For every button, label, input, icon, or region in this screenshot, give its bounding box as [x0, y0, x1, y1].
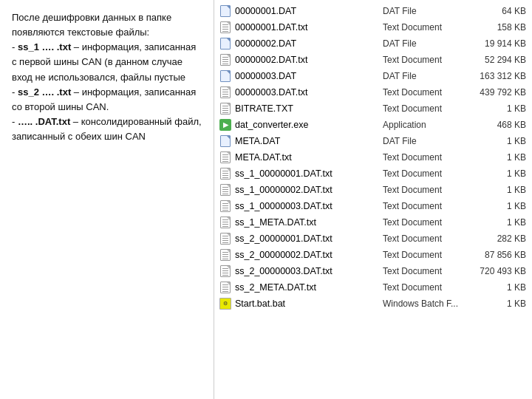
file-name: META.DAT — [235, 136, 383, 146]
file-list[interactable]: 00000001.DATDAT File64 KB00000001.DAT.tx… — [214, 0, 532, 399]
file-size: 1 KB — [471, 299, 526, 309]
file-type: DAT File — [383, 6, 471, 16]
file-type: Text Document — [383, 55, 471, 65]
txt-file-icon — [220, 86, 231, 98]
table-row[interactable]: 00000003.DAT.txtText Document439 792 KB — [214, 84, 532, 100]
file-name: BITRATE.TXT — [235, 103, 383, 114]
description-panel: После дешифровки данных в папке появляют… — [0, 0, 214, 399]
file-name: dat_converter.exe — [235, 120, 383, 130]
txt-file-icon — [220, 249, 231, 261]
file-size: 1 KB — [471, 152, 526, 163]
file-name: 00000003.DAT.txt — [235, 87, 383, 98]
table-row[interactable]: 00000002.DAT.txtText Document52 294 KB — [214, 52, 532, 68]
table-row[interactable]: 00000001.DATDAT File64 KB — [214, 3, 532, 19]
table-row[interactable]: ss_1_00000003.DAT.txtText Document1 KB — [214, 198, 532, 214]
file-name: ss_1_00000001.DAT.txt — [235, 168, 383, 179]
file-size: 1 KB — [471, 185, 526, 195]
file-name: ss_2_00000003.DAT.txt — [235, 266, 383, 276]
table-row[interactable]: ss_2_META.DAT.txtText Document1 KB — [214, 279, 532, 296]
file-size: 282 KB — [471, 233, 526, 244]
file-type: DAT File — [383, 136, 471, 146]
txt-file-icon — [220, 265, 231, 277]
table-row[interactable]: ss_1_00000002.DAT.txtText Document1 KB — [214, 182, 532, 198]
file-name: 00000002.DAT — [235, 38, 383, 49]
file-size: 439 792 KB — [471, 87, 526, 98]
file-size: 1 KB — [471, 136, 526, 146]
file-name: ss_2_META.DAT.txt — [235, 282, 383, 293]
txt-file-icon — [220, 184, 231, 196]
file-type: DAT File — [383, 71, 471, 81]
list-item: - ss_2 …. .txt – информация, записанная … — [12, 85, 202, 115]
file-size: 87 856 KB — [471, 250, 526, 260]
txt-file-icon — [220, 103, 231, 115]
dat-file-icon — [220, 38, 231, 50]
file-type: Windows Batch F... — [383, 299, 471, 309]
file-type: Text Document — [383, 201, 471, 211]
txt-file-icon — [220, 282, 231, 293]
file-name: 00000001.DAT.txt — [235, 22, 383, 33]
txt-file-icon — [220, 21, 231, 33]
file-name: ss_1_00000002.DAT.txt — [235, 185, 383, 195]
file-type: Text Document — [383, 250, 471, 260]
file-type: Text Document — [383, 87, 471, 98]
table-row[interactable]: META.DATDAT File1 KB — [214, 133, 532, 149]
file-type: Text Document — [383, 185, 471, 195]
file-size: 158 KB — [471, 22, 526, 33]
file-type: DAT File — [383, 38, 471, 49]
txt-file-icon — [220, 168, 231, 180]
table-row[interactable]: 00000002.DATDAT File19 914 KB — [214, 35, 532, 52]
file-type: Application — [383, 120, 471, 130]
file-name: ss_2_00000002.DAT.txt — [235, 250, 383, 260]
table-row[interactable]: ▶dat_converter.exeApplication468 KB — [214, 117, 532, 133]
table-row[interactable]: ss_1_00000001.DAT.txtText Document1 KB — [214, 166, 532, 182]
file-size: 64 KB — [471, 6, 526, 16]
list-item: - ss_1 …. .txt – информация, записанная … — [12, 40, 202, 84]
file-name: Start.bat.bat — [235, 299, 383, 309]
dat-file-icon — [220, 5, 231, 17]
bat-file-icon: ⚙ — [219, 298, 231, 310]
file-size: 1 KB — [471, 217, 526, 228]
file-name: ss_2_00000001.DAT.txt — [235, 233, 383, 244]
file-type: Text Document — [383, 103, 471, 114]
file-name: ss_1_META.DAT.txt — [235, 217, 383, 228]
table-row[interactable]: ss_2_00000002.DAT.txtText Document87 856… — [214, 247, 532, 263]
txt-file-icon — [220, 216, 231, 228]
file-type: Text Document — [383, 168, 471, 179]
file-type: Text Document — [383, 22, 471, 33]
file-size: 19 914 KB — [471, 38, 526, 49]
txt-file-icon — [220, 233, 231, 245]
file-size: 1 KB — [471, 201, 526, 211]
table-row[interactable]: ss_2_00000003.DAT.txtText Document720 49… — [214, 263, 532, 279]
file-size: 1 KB — [471, 282, 526, 293]
dat-file-icon — [220, 135, 231, 147]
intro-text: После дешифровки данных в папке появляют… — [12, 12, 171, 38]
table-row[interactable]: ss_2_00000001.DAT.txtText Document282 KB — [214, 231, 532, 247]
file-size: 720 493 KB — [471, 266, 526, 276]
table-row[interactable]: ⚙Start.bat.batWindows Batch F...1 KB — [214, 296, 532, 312]
txt-file-icon — [220, 54, 231, 66]
dat-file-icon — [220, 70, 231, 82]
file-type: Text Document — [383, 282, 471, 293]
file-type: Text Document — [383, 217, 471, 228]
table-row[interactable]: BITRATE.TXTText Document1 KB — [214, 100, 532, 117]
exe-file-icon: ▶ — [219, 119, 231, 131]
file-name: 00000003.DAT — [235, 71, 383, 81]
file-size: 1 KB — [471, 103, 526, 114]
table-row[interactable]: ss_1_META.DAT.txtText Document1 KB — [214, 214, 532, 231]
table-row[interactable]: META.DAT.txtText Document1 KB — [214, 149, 532, 166]
file-size: 163 312 KB — [471, 71, 526, 81]
list-item: - ….. .DAT.txt – консолидированный файл,… — [12, 115, 202, 144]
txt-file-icon — [220, 151, 231, 163]
file-type: Text Document — [383, 266, 471, 276]
table-row[interactable]: 00000003.DATDAT File163 312 KB — [214, 68, 532, 84]
file-name: 00000001.DAT — [235, 6, 383, 16]
file-name: 00000002.DAT.txt — [235, 55, 383, 65]
file-type: Text Document — [383, 152, 471, 163]
file-size: 468 KB — [471, 120, 526, 130]
file-name: META.DAT.txt — [235, 152, 383, 163]
file-name: ss_1_00000003.DAT.txt — [235, 201, 383, 211]
txt-file-icon — [220, 200, 231, 212]
table-row[interactable]: 00000001.DAT.txtText Document158 KB — [214, 19, 532, 35]
file-size: 52 294 KB — [471, 55, 526, 65]
file-size: 1 KB — [471, 168, 526, 179]
